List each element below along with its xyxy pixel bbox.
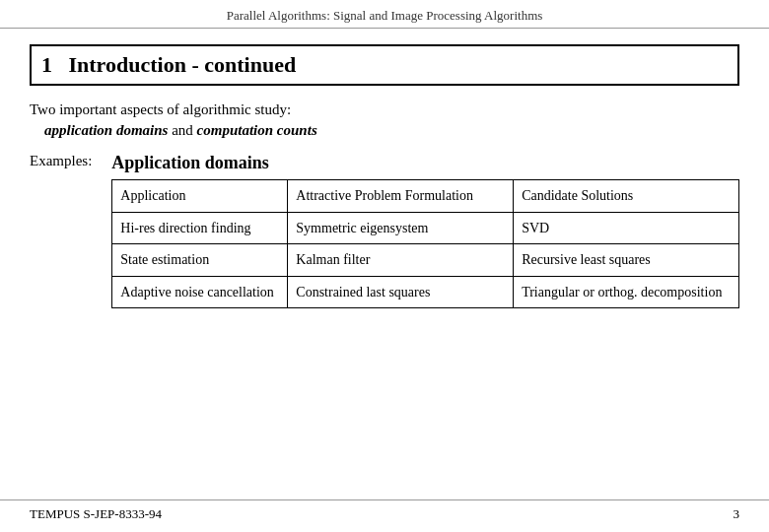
table-row: Hi-res direction finding Symmetric eigen…: [112, 212, 739, 244]
examples-section: Examples: Application domains Applicatio…: [30, 153, 739, 308]
footer-left: TEMPUS S-JEP-8333-94: [30, 506, 162, 522]
header-title: Parallel Algorithms: Signal and Image Pr…: [227, 8, 543, 23]
cell-3-1: Adaptive noise cancellation: [112, 276, 288, 308]
cell-3-2: Constrained last squares: [288, 276, 514, 308]
footer-right: 3: [734, 506, 740, 522]
cell-0-1: Application: [112, 180, 288, 213]
intro-line1: Two important aspects of algorithmic stu…: [30, 101, 739, 118]
table-row: State estimation Kalman filter Recursive…: [112, 244, 739, 277]
cell-0-3: Candidate Solutions: [514, 180, 739, 213]
section-title: 1 Introduction - continued: [30, 44, 739, 86]
cell-1-1: Hi-res direction finding: [112, 212, 288, 244]
page-footer: TEMPUS S-JEP-8333-94 3: [0, 499, 769, 522]
cell-0-2: Attractive Problem Formulation: [288, 180, 514, 213]
application-table: Application Attractive Problem Formulati…: [111, 179, 739, 308]
cell-1-3: SVD: [514, 212, 739, 244]
intro-italic1: application domains: [44, 122, 168, 138]
cell-1-2: Symmetric eigensystem: [288, 212, 514, 244]
intro-middle: and: [168, 122, 196, 138]
intro-italic2: computation counts: [197, 122, 317, 138]
section-number: 1: [41, 52, 52, 77]
cell-2-1: State estimation: [112, 244, 288, 277]
page-header: Parallel Algorithms: Signal and Image Pr…: [0, 0, 769, 29]
examples-label: Examples:: [30, 153, 92, 169]
page-content: 1 Introduction - continued Two important…: [0, 29, 769, 308]
intro-line2: application domains and computation coun…: [30, 122, 739, 139]
cell-2-2: Kalman filter: [288, 244, 514, 277]
table-row: Application Attractive Problem Formulati…: [112, 180, 739, 213]
cell-2-3: Recursive least squares: [514, 244, 739, 277]
table-row: Adaptive noise cancellation Constrained …: [112, 276, 739, 308]
cell-3-3: Triangular or orthog. decomposition: [514, 276, 739, 308]
section-heading: Introduction - continued: [69, 52, 297, 77]
table-section: Application domains Application Attracti…: [111, 153, 739, 308]
table-title: Application domains: [111, 153, 739, 173]
